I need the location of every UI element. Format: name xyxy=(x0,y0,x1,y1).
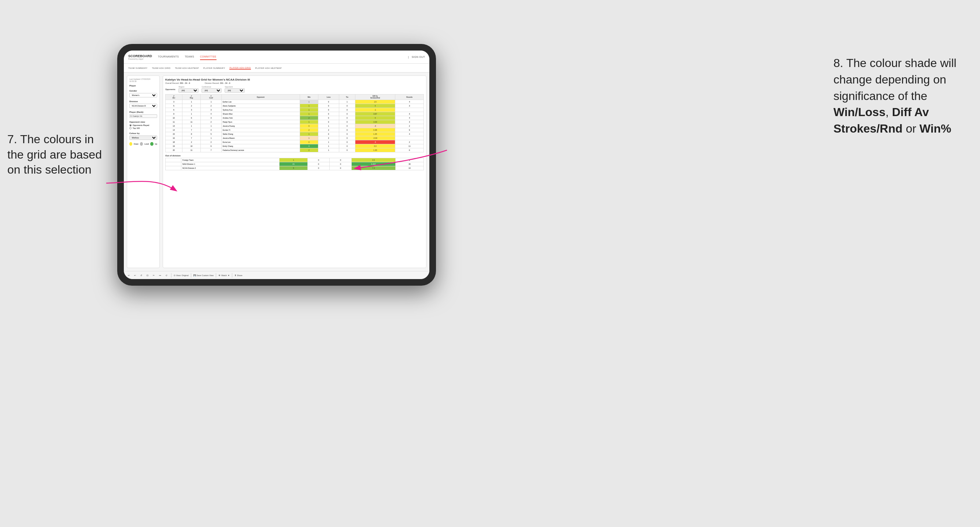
cell-rounds xyxy=(395,136,424,140)
view-original-btn[interactable]: ⊙ View: Original xyxy=(173,274,189,276)
sub-team-h2h-grid[interactable]: TEAM H2H GRID xyxy=(152,67,171,69)
h2h-table: #Div #Reg #Conf Opponent Win Loss Tie Di… xyxy=(165,94,424,152)
cell-reg: 1 xyxy=(182,124,201,128)
col-loss: Loss xyxy=(318,94,339,100)
cell-loss: 1 xyxy=(318,124,339,128)
col-tie: Tie xyxy=(339,94,355,100)
sub-player-h2h-grid[interactable]: PLAYER H2H GRID xyxy=(229,67,251,70)
radio-opponents-played[interactable]: Opponents Played xyxy=(129,124,157,126)
cell-empty xyxy=(165,162,181,166)
cell-opponent: Jessica Mason xyxy=(221,136,300,140)
cell-loss: 1 xyxy=(318,140,339,144)
redo-btn[interactable]: ↩ xyxy=(133,274,137,277)
cell-diff: 0.38 xyxy=(355,128,395,132)
sidebar: Last Updated: 27/03/2024 16:55:38 Player… xyxy=(127,75,160,268)
nav-tournaments[interactable]: TOURNAMENTS xyxy=(158,54,179,60)
player-rank-value: 8. Katelyn Vo xyxy=(129,114,157,118)
opponent-select[interactable]: (All) xyxy=(224,88,245,93)
save-custom-btn[interactable]: 💾 Save Custom View xyxy=(193,274,213,276)
cell-diff: 1.33 xyxy=(355,148,395,152)
cell-reg: 7 xyxy=(182,136,201,140)
main-content: Last Updated: 27/03/2024 16:55:38 Player… xyxy=(124,73,430,271)
cell-opponent: Federica Domecq Lacroze xyxy=(221,148,300,152)
last-updated: Last Updated: 27/03/2024 16:55:38 xyxy=(129,78,157,83)
cell-diff: 4.5 xyxy=(352,158,396,162)
cell-diff: 1.25 xyxy=(355,132,395,136)
cell-rounds: 30 xyxy=(395,162,423,166)
gender-select[interactable]: Women's xyxy=(129,93,157,97)
col-diff: Diff AvStrokes/Rnd xyxy=(355,94,395,100)
cell-win: 2 xyxy=(300,116,318,120)
nav-teams[interactable]: TEAMS xyxy=(185,54,194,60)
col-rounds: Rounds xyxy=(395,94,424,100)
cell-diff: 3.33 xyxy=(355,120,395,124)
cell-conf: 7 xyxy=(201,148,221,152)
cell-div: 20 xyxy=(165,148,183,152)
cell-div: 10 xyxy=(165,116,183,120)
nav-separator: | xyxy=(408,56,409,58)
cell-div: 13 xyxy=(165,124,183,128)
overall-record: Overall Record: 353 - 34 - 6 xyxy=(165,82,190,84)
cell-conf: 6 xyxy=(201,144,221,148)
cell-div: 14 xyxy=(165,128,183,132)
cell-tie: 0 xyxy=(339,140,355,144)
cell-win: 1 xyxy=(300,132,318,136)
sub-player-summary[interactable]: PLAYER SUMMARY xyxy=(203,67,225,69)
table-row: 16 7 1 Jessica Mason 1 2 0 -0.94 xyxy=(165,136,424,140)
table-row: 11 11 2 Heejo Hyun 1 0 0 3.33 3 xyxy=(165,120,424,124)
watch-btn[interactable]: 👁 Watch ▼ xyxy=(218,274,230,276)
cell-win: 1 xyxy=(300,112,318,116)
undo-btn[interactable]: ↩ xyxy=(127,274,131,277)
cell-tie: 0 xyxy=(339,116,355,120)
sign-out-link[interactable]: Sign out xyxy=(412,54,425,60)
conference-select[interactable]: (All) xyxy=(202,88,222,93)
grid-records: Overall Record: 353 - 34 - 6 Division Re… xyxy=(165,82,424,84)
division-select[interactable]: NCAA Division III xyxy=(129,104,157,108)
cell-win: 1 xyxy=(300,100,318,104)
table-row: 10 6 3 Andrea York 2 0 0 4 4 xyxy=(165,116,424,120)
separator-1 xyxy=(171,273,172,278)
cell-reg: 11 xyxy=(182,120,201,124)
cell-opponent: Sharon Mun xyxy=(221,112,300,116)
radio-top100[interactable]: Top 100 xyxy=(129,127,157,129)
colour-by-select[interactable]: Win/loss xyxy=(129,135,157,140)
watch-icon: 👁 xyxy=(218,274,221,276)
colour-by-section: Colour by Win/loss xyxy=(129,132,157,140)
cell-loss: 2 xyxy=(318,128,339,132)
region-select[interactable]: (All) xyxy=(178,88,199,93)
grid-btn[interactable]: ⊡ xyxy=(145,274,150,277)
table-row: 9 1 4 Sharon Mun 1 0 0 3.67 3 xyxy=(165,112,424,116)
cell-conf: 3 xyxy=(201,108,221,112)
cell-opponent: Emily Chang xyxy=(221,144,300,148)
cell-opponent: Eunice Yi xyxy=(221,128,300,132)
opponent-view-label: Opponent view xyxy=(129,121,157,123)
cell-empty xyxy=(165,166,181,170)
cell-div: 18 xyxy=(165,140,183,144)
refresh-btn[interactable]: ↺ xyxy=(139,274,143,277)
cell-diff: 1.5 xyxy=(355,100,395,104)
filter-opponent: Opponent (All) xyxy=(224,86,245,93)
sub-player-h2h-heatmap[interactable]: PLAYER H2H HEATMAP xyxy=(255,67,282,69)
cell-loss: 1 xyxy=(318,148,339,152)
cell-rounds: 10 xyxy=(395,166,423,170)
cell-win: 1 xyxy=(300,104,318,108)
bottom-toolbar: ↩ ↩ ↺ ⊡ ✂ ••• ⏱ ⊙ View: Original 💾 Save … xyxy=(124,271,430,279)
share-btn[interactable]: ⬆ Share xyxy=(234,274,242,276)
cut-btn[interactable]: ✂ xyxy=(152,274,156,277)
cell-tie: 0 xyxy=(339,104,355,108)
table-row: 18 2 2 Euna Lee 0 1 0 -5 2 xyxy=(165,140,424,144)
more-btn[interactable]: ••• xyxy=(158,274,162,277)
sub-team-summary[interactable]: TEAM SUMMARY xyxy=(128,67,148,69)
cell-loss: 0 xyxy=(318,100,339,104)
separator-3 xyxy=(216,273,216,278)
cell-rounds: 3 xyxy=(395,120,424,124)
sub-team-h2h-heatmap[interactable]: TEAM H2H HEATMAP xyxy=(175,67,199,69)
division-label: Division xyxy=(129,100,157,103)
gender-label: Gender xyxy=(129,90,157,92)
timer-btn[interactable]: ⏱ xyxy=(164,274,169,277)
nav-committee[interactable]: COMMITTEE xyxy=(200,54,216,60)
cell-diff: -3 xyxy=(355,124,395,128)
sidebar-player-section: Player xyxy=(129,84,157,87)
cell-loss: 0 xyxy=(318,120,339,124)
grid-content: Katelyn Vo Head-to-Head Grid for Women's… xyxy=(163,75,426,268)
